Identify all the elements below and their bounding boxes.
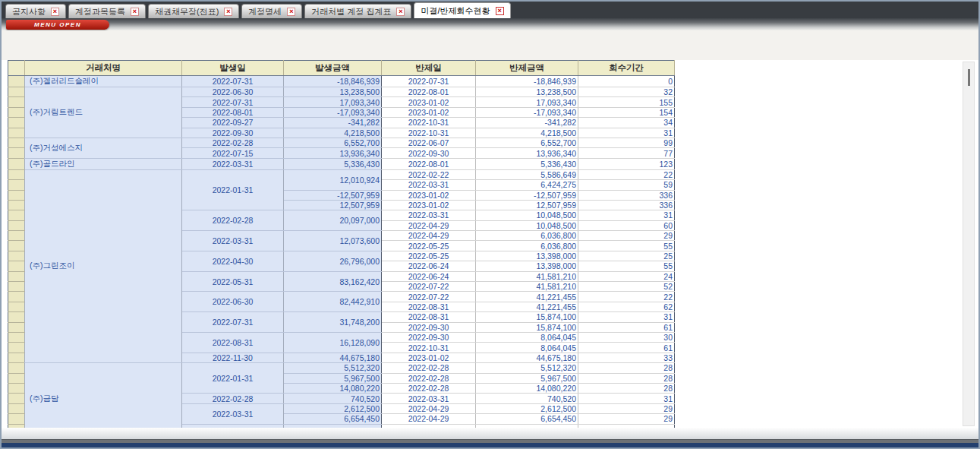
- cell-settle-date[interactable]: 2022-07-22: [382, 292, 476, 302]
- cell-occur-amount[interactable]: 13,936,340: [284, 148, 382, 158]
- cell-settle-amount[interactable]: 15,874,100: [476, 312, 578, 322]
- row-header-cell[interactable]: [8, 190, 25, 200]
- row-header-cell[interactable]: [8, 251, 25, 261]
- cell-settle-date[interactable]: 2022-06-07: [382, 138, 476, 147]
- cell-settle-amount[interactable]: -12,507,959: [476, 190, 578, 200]
- row-header-cell[interactable]: [8, 261, 25, 271]
- cell-period[interactable]: 60: [578, 220, 675, 230]
- tab-item[interactable]: 거래처별 계정 집계표×: [304, 4, 411, 18]
- cell-period[interactable]: 77: [578, 148, 675, 158]
- row-header-cell[interactable]: [8, 231, 25, 241]
- cell-occur-date[interactable]: 2022-09-30: [182, 128, 284, 138]
- cell-period[interactable]: 52: [578, 282, 675, 292]
- cell-settle-date[interactable]: 2022-07-22: [382, 282, 476, 292]
- cell-settle-amount[interactable]: -341,282: [476, 118, 578, 128]
- row-header-cell[interactable]: [8, 373, 25, 383]
- cell-settle-date[interactable]: 2022-04-29: [382, 231, 476, 241]
- row-header-cell[interactable]: [8, 128, 25, 138]
- cell-settle-amount[interactable]: 6,654,450: [476, 414, 578, 424]
- cell-occur-amount[interactable]: 16,128,090: [284, 332, 382, 353]
- cell-occur-amount[interactable]: 13,238,500: [284, 87, 382, 97]
- cell-period[interactable]: 32: [578, 87, 675, 97]
- cell-occur-amount[interactable]: 44,675,180: [284, 353, 382, 362]
- cell-occur-amount[interactable]: 17,093,340: [284, 97, 382, 107]
- row-header-cell[interactable]: [8, 292, 25, 302]
- cell-settle-amount[interactable]: -17,093,340: [476, 107, 578, 117]
- cell-period[interactable]: 34: [578, 118, 675, 128]
- row-header-cell[interactable]: [8, 271, 25, 281]
- cell-period[interactable]: 336: [578, 200, 675, 210]
- cell-occur-date[interactable]: 2022-07-31: [182, 97, 284, 107]
- cell-settle-date[interactable]: 2023-01-02: [382, 97, 476, 107]
- cell-settle-amount[interactable]: 5,512,320: [476, 363, 578, 373]
- cell-occur-date[interactable]: 2022-02-28: [182, 394, 284, 403]
- cell-settle-date[interactable]: 2022-06-24: [382, 271, 476, 281]
- cell-settle-date[interactable]: 2022-03-31: [382, 394, 476, 403]
- tab-close-icon[interactable]: ×: [51, 8, 59, 16]
- cell-occur-amount[interactable]: 4,218,500: [284, 128, 382, 138]
- cell-settle-date[interactable]: 2022-08-01: [382, 87, 476, 97]
- row-header-cell[interactable]: [8, 76, 25, 87]
- row-header-cell[interactable]: [8, 169, 25, 179]
- cell-occur-amount[interactable]: 5,512,320: [284, 363, 382, 373]
- cell-period[interactable]: 61: [578, 343, 675, 353]
- cell-occur-amount[interactable]: 31,748,200: [284, 312, 382, 333]
- cell-settle-amount[interactable]: 6,036,800: [476, 241, 578, 251]
- cell-occur-amount[interactable]: -18,846,939: [284, 76, 382, 87]
- cell-settle-date[interactable]: 2022-09-30: [382, 148, 476, 158]
- cell-occur-date[interactable]: 2022-03-31: [182, 158, 284, 169]
- cell-occur-amount[interactable]: 6,552,700: [284, 138, 382, 147]
- cell-settle-date[interactable]: 2023-01-02: [382, 107, 476, 117]
- cell-period[interactable]: 0: [578, 76, 675, 87]
- row-header-cell[interactable]: [8, 87, 25, 97]
- cell-settle-amount[interactable]: 2,612,500: [476, 403, 578, 413]
- cell-settle-date[interactable]: 2022-10-31: [382, 118, 476, 128]
- cell-occur-amount[interactable]: 82,442,910: [284, 292, 382, 312]
- cell-settle-amount[interactable]: 10,048,500: [476, 210, 578, 220]
- cell-period[interactable]: 155: [578, 97, 675, 107]
- cell-customer[interactable]: (주)거성에스지: [25, 138, 182, 158]
- cell-occur-amount[interactable]: -12,507,959: [284, 190, 382, 200]
- tab-item[interactable]: 채권채무장(전표)×: [148, 4, 239, 18]
- cell-period[interactable]: 336: [578, 190, 675, 200]
- cell-period[interactable]: 62: [578, 302, 675, 311]
- cell-period[interactable]: 31: [578, 210, 675, 220]
- tab-item[interactable]: 계정명세×: [241, 4, 302, 18]
- cell-settle-amount[interactable]: 12,507,959: [476, 200, 578, 210]
- cell-settle-amount[interactable]: 8,064,045: [476, 343, 578, 353]
- row-header-cell[interactable]: [8, 394, 25, 403]
- cell-customer[interactable]: (주)거림트렌드: [25, 87, 182, 138]
- cell-settle-date[interactable]: 2022-09-30: [382, 322, 476, 332]
- cell-settle-date[interactable]: 2022-06-24: [382, 261, 476, 271]
- cell-settle-date[interactable]: 2022-02-22: [382, 169, 476, 179]
- tab-item[interactable]: 공지사항×: [5, 4, 66, 18]
- cell-period[interactable]: 28: [578, 383, 675, 393]
- cell-settle-amount[interactable]: 5,336,430: [476, 158, 578, 169]
- cell-customer[interactable]: (주)금담: [25, 363, 182, 428]
- cell-occur-date[interactable]: 2022-06-30: [182, 87, 284, 97]
- cell-settle-date[interactable]: 2022-09-30: [382, 332, 476, 342]
- row-header-cell[interactable]: [8, 158, 25, 169]
- cell-occur-date[interactable]: 2022-07-31: [182, 76, 284, 87]
- cell-settle-amount[interactable]: 41,221,455: [476, 292, 578, 302]
- row-header-cell[interactable]: [8, 180, 25, 190]
- cell-settle-amount[interactable]: 10,048,500: [476, 220, 578, 230]
- row-header-cell[interactable]: [8, 138, 25, 147]
- cell-period[interactable]: 31: [578, 312, 675, 322]
- row-header-cell[interactable]: [8, 241, 25, 251]
- cell-settle-date[interactable]: 2023-01-02: [382, 200, 476, 210]
- menu-open-button[interactable]: MENU OPEN: [6, 20, 109, 30]
- cell-settle-amount[interactable]: 13,398,000: [476, 251, 578, 261]
- cell-period[interactable]: 22: [578, 292, 675, 302]
- cell-settle-date[interactable]: 2022-05-25: [382, 251, 476, 261]
- row-header-cell[interactable]: [8, 97, 25, 107]
- cell-settle-date[interactable]: 2022-08-01: [382, 158, 476, 169]
- cell-settle-date[interactable]: 2022-05-25: [382, 241, 476, 251]
- cell-occur-amount[interactable]: 12,507,959: [284, 200, 382, 210]
- cell-period[interactable]: 30: [578, 332, 675, 342]
- cell-settle-amount[interactable]: 41,581,210: [476, 282, 578, 292]
- cell-occur-date[interactable]: 2022-07-15: [182, 148, 284, 158]
- cell-occur-date[interactable]: 2022-09-27: [182, 118, 284, 128]
- cell-settle-date[interactable]: 2022-03-31: [382, 180, 476, 190]
- cell-settle-date[interactable]: 2022-10-31: [382, 343, 476, 353]
